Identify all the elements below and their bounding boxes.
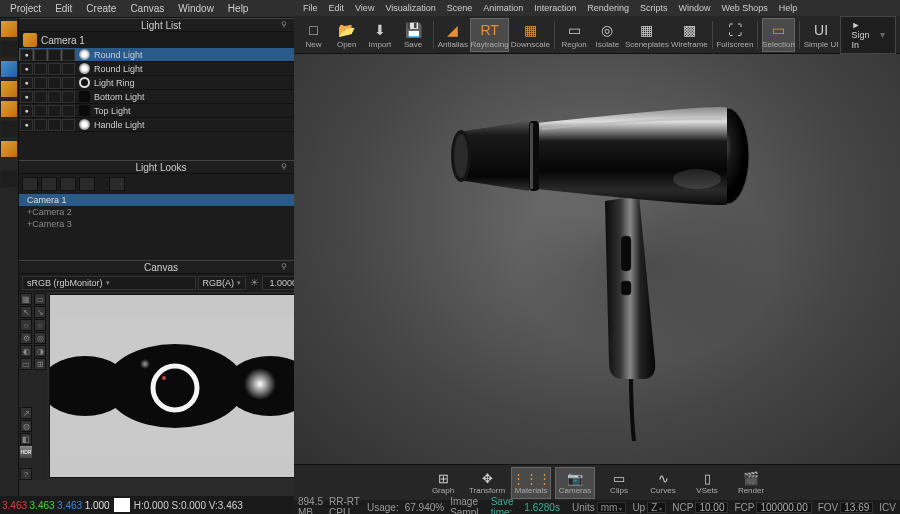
canvas-tool[interactable]: ◧ bbox=[20, 433, 32, 445]
light-toggle[interactable] bbox=[34, 49, 47, 61]
toolbar-fullscreen[interactable]: ⛶Fullscreen bbox=[716, 18, 753, 52]
menu-window[interactable]: Window bbox=[673, 2, 715, 14]
tool-button[interactable] bbox=[0, 20, 18, 38]
look-row[interactable]: Camera 1 bbox=[19, 194, 303, 206]
light-toggle[interactable] bbox=[48, 91, 61, 103]
ncp-input[interactable]: 10.00 bbox=[695, 502, 728, 513]
canvas-tool[interactable]: ↖ bbox=[20, 306, 32, 318]
fov-input[interactable]: 13.69 bbox=[840, 502, 873, 513]
light-toggle[interactable] bbox=[48, 119, 61, 131]
toolbar-import[interactable]: ⬇Import bbox=[364, 18, 395, 52]
fcp-input[interactable]: 100000.00 bbox=[756, 502, 811, 513]
light-toggle[interactable]: ● bbox=[20, 77, 33, 89]
light-toggle[interactable]: ● bbox=[20, 91, 33, 103]
light-row[interactable]: ●Top Light bbox=[19, 104, 303, 118]
light-toggle[interactable] bbox=[48, 77, 61, 89]
light-toggle[interactable] bbox=[34, 105, 47, 117]
toolbar-raytracing[interactable]: RTRaytracing bbox=[470, 18, 508, 52]
menu-web-shops[interactable]: Web Shops bbox=[716, 2, 772, 14]
light-toggle[interactable] bbox=[34, 63, 47, 75]
canvas-tool[interactable]: ○ bbox=[34, 319, 46, 331]
tool-button[interactable] bbox=[0, 60, 18, 78]
canvas-tool[interactable]: ⚙ bbox=[20, 332, 32, 344]
light-toggle[interactable] bbox=[34, 119, 47, 131]
light-row[interactable]: ●Handle Light bbox=[19, 118, 303, 132]
canvas-tool[interactable]: ▭ bbox=[34, 293, 46, 305]
toolbar-region[interactable]: ▭Region bbox=[559, 18, 590, 52]
light-row[interactable]: ●Round Light bbox=[19, 62, 303, 76]
menu-visualization[interactable]: Visualization bbox=[380, 2, 440, 14]
toolbar-wireframe[interactable]: ▩Wireframe bbox=[671, 18, 708, 52]
toolbar-new[interactable]: □New bbox=[298, 18, 329, 52]
light-toggle[interactable] bbox=[48, 105, 61, 117]
look-row[interactable]: +Camera 2 bbox=[19, 206, 303, 218]
look-row[interactable]: +Camera 3 bbox=[19, 218, 303, 230]
pin-icon[interactable]: ⚲ bbox=[281, 20, 287, 29]
light-toggle[interactable] bbox=[34, 77, 47, 89]
toolbar-selection[interactable]: ▭Selection bbox=[762, 18, 795, 52]
light-toggle[interactable] bbox=[62, 77, 75, 89]
canvas-tool[interactable]: ◐ bbox=[20, 345, 32, 357]
menu-edit[interactable]: Edit bbox=[49, 1, 78, 16]
light-toggle[interactable]: ● bbox=[20, 119, 33, 131]
bottom-clips[interactable]: ▭Clips bbox=[599, 467, 639, 499]
light-toggle[interactable]: ● bbox=[20, 49, 33, 61]
menu-file[interactable]: File bbox=[298, 2, 323, 14]
tool-button[interactable] bbox=[0, 40, 18, 58]
up-select[interactable]: Z bbox=[647, 502, 666, 513]
canvas-tool[interactable]: ↗ bbox=[20, 407, 32, 419]
tool-button[interactable] bbox=[0, 140, 18, 158]
pin-icon[interactable]: ⚲ bbox=[281, 262, 287, 271]
tool-button[interactable] bbox=[0, 170, 18, 188]
light-row[interactable]: ●Bottom Light bbox=[19, 90, 303, 104]
units-select[interactable]: mm bbox=[597, 502, 627, 513]
menu-window[interactable]: Window bbox=[172, 1, 220, 16]
monitor-select[interactable]: sRGB (rgbMonitor) bbox=[22, 276, 196, 290]
toolbar-open[interactable]: 📂Open bbox=[331, 18, 362, 52]
look-tool-button[interactable] bbox=[22, 177, 38, 191]
bottom-graph[interactable]: ⊞Graph bbox=[423, 467, 463, 499]
toolbar-save[interactable]: 💾Save bbox=[397, 18, 428, 52]
canvas-tool[interactable]: ⊞ bbox=[34, 358, 46, 370]
sign-in-button[interactable]: ► Sign In ▾ bbox=[840, 16, 896, 54]
bottom-render[interactable]: 🎬Render bbox=[731, 467, 771, 499]
tool-button[interactable] bbox=[0, 120, 18, 138]
toolbar-sceneplates[interactable]: ▦Sceneplates bbox=[625, 18, 669, 52]
menu-create[interactable]: Create bbox=[80, 1, 122, 16]
canvas-tool[interactable]: ▦ bbox=[20, 293, 32, 305]
toolbar-downscale[interactable]: ▦Downscale bbox=[511, 18, 550, 52]
canvas-tool[interactable]: ▭ bbox=[20, 358, 32, 370]
light-toggle[interactable]: ● bbox=[20, 63, 33, 75]
menu-project[interactable]: Project bbox=[4, 1, 47, 16]
menu-view[interactable]: View bbox=[350, 2, 379, 14]
light-toggle[interactable] bbox=[48, 63, 61, 75]
menu-canvas[interactable]: Canvas bbox=[124, 1, 170, 16]
tool-button[interactable] bbox=[0, 80, 18, 98]
help-icon[interactable]: ? bbox=[20, 468, 32, 480]
light-toggle[interactable] bbox=[48, 49, 61, 61]
light-row[interactable]: ●Round Light bbox=[19, 48, 303, 62]
canvas-tool[interactable]: ◎ bbox=[34, 332, 46, 344]
look-tool-button[interactable] bbox=[60, 177, 76, 191]
toolbar-antialias[interactable]: ◢Antialias bbox=[437, 18, 468, 52]
bottom-vsets[interactable]: ▯VSets bbox=[687, 467, 727, 499]
menu-interaction[interactable]: Interaction bbox=[529, 2, 581, 14]
bottom-cameras[interactable]: 📷Cameras bbox=[555, 467, 595, 499]
look-tool-button[interactable] bbox=[79, 177, 95, 191]
menu-scene[interactable]: Scene bbox=[442, 2, 478, 14]
menu-animation[interactable]: Animation bbox=[478, 2, 528, 14]
light-toggle[interactable] bbox=[62, 105, 75, 117]
gear-icon[interactable]: ☀ bbox=[248, 277, 260, 289]
canvas-viewport[interactable] bbox=[49, 294, 301, 478]
camera-row[interactable]: Camera 1 bbox=[19, 32, 303, 48]
look-tool-button[interactable] bbox=[41, 177, 57, 191]
format-select[interactable]: RGB(A) bbox=[198, 276, 247, 290]
toolbar-isolate[interactable]: ◎Isolate bbox=[592, 18, 623, 52]
bottom-curves[interactable]: ∿Curves bbox=[643, 467, 683, 499]
canvas-tool[interactable]: ○ bbox=[20, 319, 32, 331]
canvas-tool[interactable]: ◍ bbox=[20, 420, 32, 432]
look-tool-button[interactable] bbox=[109, 177, 125, 191]
menu-help[interactable]: Help bbox=[222, 1, 255, 16]
light-row[interactable]: ●Light Ring bbox=[19, 76, 303, 90]
light-toggle[interactable]: ● bbox=[20, 105, 33, 117]
